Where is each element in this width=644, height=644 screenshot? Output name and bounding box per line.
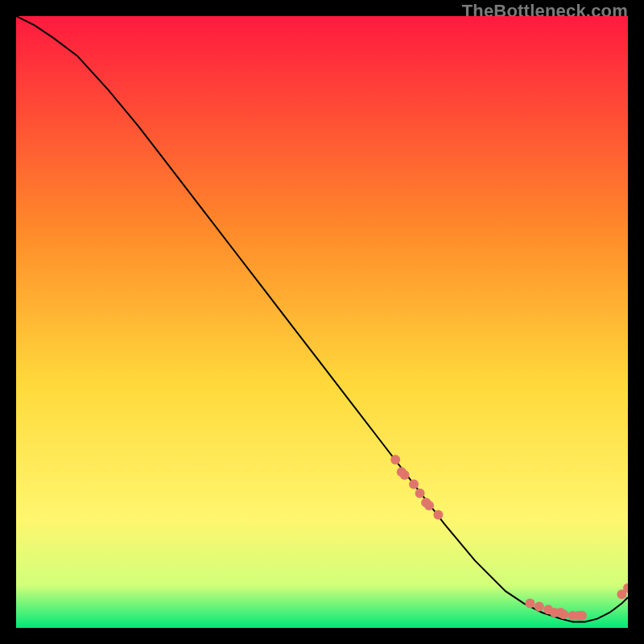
data-marker: [390, 455, 400, 464]
data-marker: [535, 601, 544, 611]
data-marker: [409, 479, 419, 489]
chart-container: TheBottleneck.com: [0, 0, 644, 644]
data-marker: [525, 599, 535, 609]
data-marker: [400, 470, 410, 480]
data-marker: [415, 489, 425, 498]
data-marker: [559, 609, 568, 619]
bottleneck-chart: [16, 16, 628, 628]
data-marker: [577, 611, 587, 621]
data-marker: [424, 501, 434, 510]
data-marker: [433, 510, 443, 519]
gradient-background: [16, 16, 628, 628]
